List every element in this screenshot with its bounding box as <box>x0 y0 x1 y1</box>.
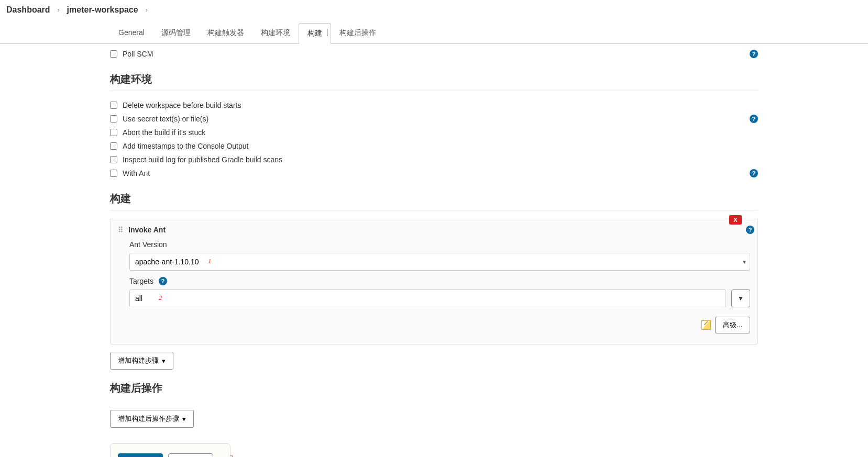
breadcrumb-dashboard[interactable]: Dashboard <box>6 5 50 15</box>
targets-label-row: Targets ? <box>129 277 750 285</box>
build-step-invoke-ant: X ? ⠿ Invoke Ant Ant Version apache-ant-… <box>110 218 758 344</box>
targets-input[interactable] <box>129 289 726 307</box>
help-icon[interactable]: ? <box>750 50 758 58</box>
tab-general[interactable]: General <box>110 23 153 43</box>
save-button[interactable]: 保存 <box>118 453 163 457</box>
main-content: Poll SCM ? 构建环境 Delete workspace before … <box>0 44 868 457</box>
edit-icon[interactable] <box>701 320 711 330</box>
section-build-title: 构建 <box>110 192 758 210</box>
use-secret-label: Use secret text(s) or file(s) <box>123 115 208 123</box>
help-icon[interactable]: ? <box>159 277 167 285</box>
advanced-row: 高级... <box>129 317 750 333</box>
abort-stuck-label: Abort the build if it's stuck <box>123 128 205 137</box>
breadcrumb: Dashboard › jmeter-workspace › <box>0 0 868 20</box>
annotation-1: 1 <box>208 257 212 265</box>
add-post-build-step-button[interactable]: 增加构建后操作步骤 ▾ <box>110 410 194 428</box>
use-secret-checkbox[interactable] <box>110 115 117 122</box>
poll-scm-checkbox[interactable] <box>110 50 117 58</box>
abort-stuck-checkbox[interactable] <box>110 129 117 136</box>
section-post-title: 构建后操作 <box>110 381 758 395</box>
advanced-button[interactable]: 高级... <box>715 317 750 333</box>
save-apply-toolbar: 保存 应用 3 <box>110 443 230 457</box>
tab-scm[interactable]: 源码管理 <box>153 23 199 43</box>
gradle-scan-checkbox[interactable] <box>110 156 117 163</box>
caret-down-icon: ▾ <box>182 415 186 423</box>
targets-label: Targets <box>129 277 153 285</box>
drag-handle-icon[interactable]: ⠿ <box>118 228 123 231</box>
poll-scm-row: Poll SCM ? <box>110 47 758 61</box>
config-tabs: General 源码管理 构建触发器 构建环境 构建 构建后操作 <box>0 23 868 44</box>
caret-down-icon: ▾ <box>162 357 166 365</box>
section-env-title: 构建环境 <box>110 72 758 91</box>
chevron-right-icon: › <box>58 6 60 14</box>
timestamps-checkbox[interactable] <box>110 142 117 150</box>
with-ant-label: With Ant <box>123 169 150 177</box>
with-ant-row: With Ant ? <box>110 166 758 180</box>
annotation-3: 3 <box>230 453 234 457</box>
chevron-right-icon: › <box>146 6 148 14</box>
delete-step-button[interactable]: X <box>729 215 742 225</box>
tab-triggers[interactable]: 构建触发器 <box>199 23 252 43</box>
annotation-2: 2 <box>159 294 162 302</box>
ant-version-select[interactable]: apache-ant-1.10.10 <box>129 253 750 271</box>
with-ant-checkbox[interactable] <box>110 170 117 177</box>
tab-post[interactable]: 构建后操作 <box>331 23 384 43</box>
poll-scm-label: Poll SCM <box>123 50 153 58</box>
delete-ws-checkbox[interactable] <box>110 102 117 109</box>
gradle-scan-label: Inspect build log for published Gradle b… <box>123 155 282 164</box>
step-title: Invoke Ant <box>128 226 166 234</box>
abort-stuck-row: Abort the build if it's stuck <box>110 126 758 139</box>
breadcrumb-job[interactable]: jmeter-workspace <box>67 5 138 15</box>
tab-env[interactable]: 构建环境 <box>252 23 299 43</box>
add-build-step-label: 增加构建步骤 <box>118 356 159 365</box>
apply-button[interactable]: 应用 <box>168 453 213 457</box>
tab-build[interactable]: 构建 <box>299 23 331 44</box>
delete-ws-label: Delete workspace before build starts <box>123 101 241 109</box>
help-icon[interactable]: ? <box>750 115 758 123</box>
ant-version-select-wrap: apache-ant-1.10.10 ▾ 1 <box>129 253 750 271</box>
delete-ws-row: Delete workspace before build starts <box>110 98 758 112</box>
expand-targets-button[interactable]: ▼ <box>731 289 750 307</box>
timestamps-row: Add timestamps to the Console Output <box>110 139 758 153</box>
add-build-step-button[interactable]: 增加构建步骤 ▾ <box>110 352 173 370</box>
add-post-build-step-label: 增加构建后操作步骤 <box>118 414 179 423</box>
use-secret-row: Use secret text(s) or file(s) ? <box>110 112 758 126</box>
step-header: ⠿ Invoke Ant <box>118 226 750 234</box>
gradle-scan-row: Inspect build log for published Gradle b… <box>110 153 758 166</box>
help-icon[interactable]: ? <box>750 169 758 177</box>
help-icon[interactable]: ? <box>746 226 754 234</box>
timestamps-label: Add timestamps to the Console Output <box>123 142 248 150</box>
targets-input-row: ▼ 2 <box>129 289 750 307</box>
ant-version-label: Ant Version <box>129 240 750 249</box>
